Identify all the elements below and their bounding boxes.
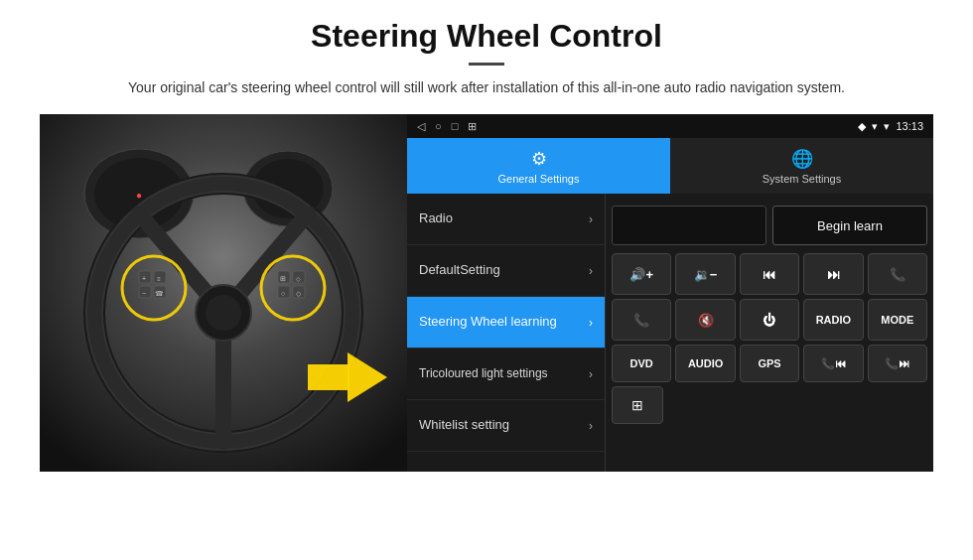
radio-mode-button[interactable]: RADIO bbox=[803, 299, 863, 341]
back-nav-icon[interactable]: ◁ bbox=[417, 120, 425, 133]
svg-point-13 bbox=[206, 295, 241, 331]
menu-item-steering-wheel[interactable]: Steering Wheel learning › bbox=[407, 297, 605, 349]
phone-icon: 📞 bbox=[890, 267, 905, 282]
phone-prev-icon: 📞⏮ bbox=[821, 357, 846, 370]
phone-prev-button[interactable]: 📞⏮ bbox=[803, 345, 863, 382]
menu-area: Radio › DefaultSetting › Steering Wheel … bbox=[407, 194, 933, 472]
answer-icon: 📞 bbox=[633, 313, 649, 328]
phone-next-button[interactable]: 📞⏭ bbox=[868, 345, 927, 382]
begin-learn-button[interactable]: Begin learn bbox=[772, 206, 927, 245]
menu-item-tricoloured[interactable]: Tricoloured light settings › bbox=[407, 349, 605, 400]
menu-list: Radio › DefaultSetting › Steering Wheel … bbox=[407, 194, 606, 472]
list-icon-button[interactable]: ⊞ bbox=[612, 386, 663, 424]
mute-icon: 🔇 bbox=[698, 313, 714, 328]
menu-item-tricoloured-label: Tricoloured light settings bbox=[419, 366, 589, 382]
svg-text:●: ● bbox=[136, 190, 142, 201]
system-settings-icon: 🌐 bbox=[791, 148, 813, 170]
tab-system-settings[interactable]: 🌐 System Settings bbox=[670, 138, 933, 194]
menu-item-radio[interactable]: Radio › bbox=[407, 194, 605, 245]
radio-display-box bbox=[612, 206, 766, 245]
menu-item-steering-label: Steering Wheel learning bbox=[419, 314, 589, 331]
status-bar: ◁ ○ □ ⊞ ◆ ▾ ▾ 13:13 bbox=[407, 114, 933, 138]
volume-down-button[interactable]: 🔉− bbox=[675, 253, 735, 295]
power-icon: ⏻ bbox=[763, 313, 775, 328]
tab-bar: ⚙ General Settings 🌐 System Settings bbox=[407, 138, 933, 194]
svg-text:◇: ◇ bbox=[296, 276, 301, 282]
default-chevron-icon: › bbox=[589, 264, 593, 278]
android-panel: ◁ ○ □ ⊞ ◆ ▾ ▾ 13:13 ⚙ General Settings bbox=[407, 114, 933, 472]
svg-rect-33 bbox=[308, 364, 349, 390]
signal-icon: ▾ bbox=[872, 120, 878, 133]
list-icon: ⊞ bbox=[631, 397, 643, 413]
svg-text:+: + bbox=[142, 275, 146, 282]
volume-down-icon: 🔉− bbox=[694, 267, 718, 282]
tricoloured-chevron-icon: › bbox=[589, 367, 593, 381]
svg-text:≡: ≡ bbox=[157, 276, 161, 282]
next-track-icon: ⏭ bbox=[827, 267, 840, 282]
menu-item-whitelist-label: Whitelist setting bbox=[419, 417, 589, 434]
next-track-button[interactable]: ⏭ bbox=[803, 253, 863, 295]
phone-button[interactable]: 📞 bbox=[868, 253, 927, 295]
menu-item-defaultsetting[interactable]: DefaultSetting › bbox=[407, 245, 605, 297]
radio-row: Begin learn bbox=[612, 200, 927, 251]
prev-track-icon: ⏮ bbox=[763, 267, 775, 282]
answer-call-button[interactable]: 📞 bbox=[612, 299, 671, 341]
gps-label: GPS bbox=[758, 357, 780, 369]
page-subtitle: Your original car's steering wheel contr… bbox=[40, 77, 933, 98]
tab-general-settings[interactable]: ⚙ General Settings bbox=[407, 138, 670, 194]
whitelist-chevron-icon: › bbox=[589, 419, 593, 433]
location-icon: ◆ bbox=[858, 120, 866, 133]
power-button[interactable]: ⏻ bbox=[740, 299, 799, 341]
title-divider bbox=[469, 63, 504, 66]
control-buttons-row2: 📞 🔇 ⏻ RADIO MODE bbox=[612, 299, 927, 341]
bottom-buttons: DVD AUDIO GPS 📞⏮ 📞⏭ bbox=[612, 345, 927, 382]
tab-system-label: System Settings bbox=[763, 173, 841, 185]
dvd-label: DVD bbox=[630, 357, 653, 369]
dvd-button[interactable]: DVD bbox=[612, 345, 671, 382]
tab-general-label: General Settings bbox=[498, 173, 580, 185]
home-nav-icon[interactable]: ○ bbox=[435, 120, 442, 132]
svg-text:⊞: ⊞ bbox=[280, 275, 286, 282]
mode-label: MODE bbox=[881, 314, 913, 326]
wifi-icon: ▾ bbox=[884, 120, 890, 133]
status-right: ◆ ▾ ▾ 13:13 bbox=[858, 120, 923, 133]
phone-next-icon: 📞⏭ bbox=[885, 357, 909, 370]
right-content-panel: Begin learn 🔊+ 🔉− ⏮ bbox=[606, 194, 933, 472]
svg-text:○: ○ bbox=[281, 290, 285, 297]
volume-up-icon: 🔊+ bbox=[629, 267, 653, 282]
control-buttons-row1: 🔊+ 🔉− ⏮ ⏭ 📞 bbox=[612, 253, 927, 295]
mute-button[interactable]: 🔇 bbox=[675, 299, 735, 341]
audio-label: AUDIO bbox=[688, 357, 723, 369]
clock: 13:13 bbox=[896, 120, 923, 132]
audio-button[interactable]: AUDIO bbox=[675, 345, 735, 382]
svg-text:☎: ☎ bbox=[155, 290, 164, 297]
menu-item-whitelist[interactable]: Whitelist setting › bbox=[407, 400, 605, 452]
radio-label: RADIO bbox=[816, 314, 851, 326]
apps-nav-icon[interactable]: ⊞ bbox=[468, 120, 477, 133]
steering-wheel-photo: ● + bbox=[40, 114, 407, 472]
general-settings-icon: ⚙ bbox=[531, 148, 547, 170]
nav-icons: ◁ ○ □ ⊞ bbox=[417, 120, 477, 133]
content-area: ● + bbox=[40, 114, 933, 472]
prev-track-button[interactable]: ⏮ bbox=[740, 253, 799, 295]
page-title: Steering Wheel Control bbox=[40, 18, 933, 55]
mode-button[interactable]: MODE bbox=[868, 299, 927, 341]
single-icon-row: ⊞ bbox=[612, 386, 927, 424]
recent-nav-icon[interactable]: □ bbox=[452, 120, 459, 132]
radio-chevron-icon: › bbox=[589, 212, 593, 226]
gps-button[interactable]: GPS bbox=[740, 345, 799, 382]
volume-up-button[interactable]: 🔊+ bbox=[612, 253, 671, 295]
steering-chevron-icon: › bbox=[589, 316, 593, 330]
menu-item-radio-label: Radio bbox=[419, 210, 589, 227]
svg-text:−: − bbox=[142, 290, 146, 297]
menu-item-default-label: DefaultSetting bbox=[419, 262, 589, 279]
